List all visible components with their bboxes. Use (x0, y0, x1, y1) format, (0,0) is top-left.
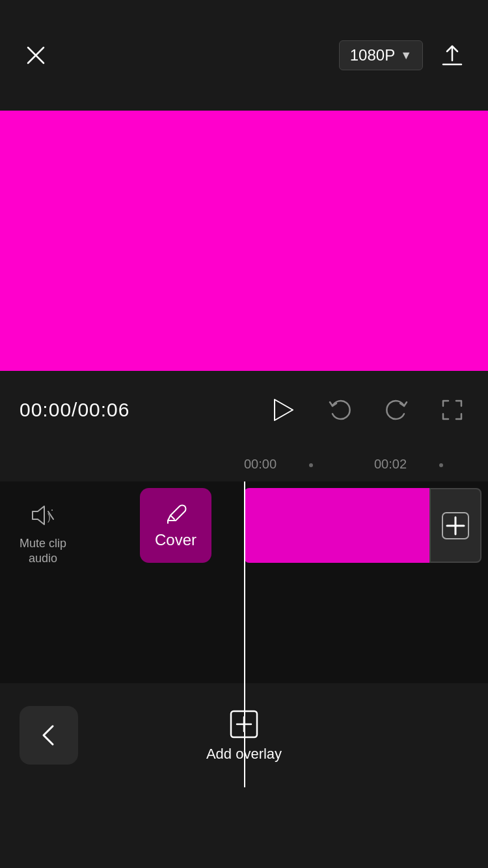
redo-button[interactable] (380, 394, 413, 426)
timeline-container: 00:00 00:02 ) Mute clip audio (0, 449, 488, 787)
resolution-label: 1080P (350, 46, 395, 64)
svg-marker-5 (33, 506, 44, 524)
ruler-label-0002: 00:02 (374, 457, 407, 472)
ruler-tick-0000: 00:00 (244, 457, 277, 474)
controls-bar: 00:00/00:06 (0, 371, 488, 449)
add-clip-button[interactable] (429, 488, 481, 563)
export-icon (439, 42, 465, 68)
playback-controls (264, 392, 468, 428)
ruler-dot-2 (439, 463, 443, 467)
video-preview (0, 111, 488, 371)
top-right-controls: 1080P ▼ (339, 39, 468, 72)
pencil-icon (164, 502, 187, 526)
add-clip-icon (439, 509, 472, 542)
fullscreen-button[interactable] (436, 394, 468, 426)
top-bar: 1080P ▼ (0, 0, 488, 111)
back-arrow-icon (36, 722, 62, 748)
cover-label: Cover (155, 531, 197, 549)
cover-button[interactable]: Cover (140, 488, 211, 563)
video-clip-track[interactable] (244, 488, 436, 563)
ruler-label-0000: 00:00 (244, 457, 277, 472)
cover-edit-icon (164, 502, 187, 526)
play-button[interactable] (264, 392, 301, 428)
mute-clip-audio-button[interactable]: ) Mute clip audio (20, 501, 66, 567)
undo-icon (327, 397, 353, 423)
playhead (244, 481, 245, 787)
ruler-dot-1 (309, 463, 313, 467)
svg-text:): ) (47, 512, 51, 522)
time-display: 00:00/00:06 (20, 399, 129, 421)
undo-button[interactable] (324, 394, 357, 426)
chevron-down-icon: ▼ (400, 49, 412, 62)
ruler-tick-0002: 00:02 (374, 457, 407, 474)
mute-clip-audio-label: Mute clip audio (20, 536, 66, 567)
mute-icon: ) (29, 501, 57, 530)
fullscreen-icon (439, 397, 465, 423)
export-button[interactable] (436, 39, 468, 72)
resolution-selector[interactable]: 1080P ▼ (339, 40, 423, 70)
speaker-icon: ) (29, 501, 57, 530)
back-button[interactable] (20, 706, 78, 765)
svg-marker-4 (275, 400, 293, 420)
timeline-ruler: 00:00 00:02 (0, 449, 488, 481)
play-icon (268, 396, 297, 424)
close-icon (25, 45, 46, 66)
close-button[interactable] (20, 39, 52, 72)
redo-icon (383, 397, 409, 423)
svg-line-9 (170, 515, 174, 519)
